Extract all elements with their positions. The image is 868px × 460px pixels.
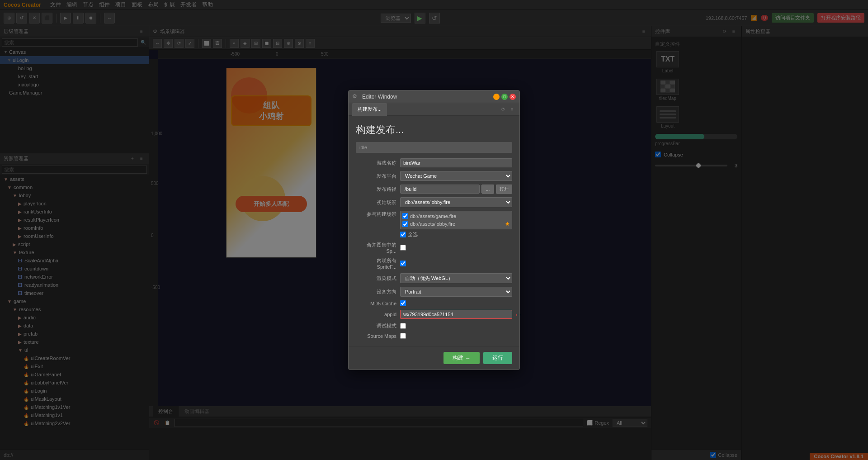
modal-titlebar-btns: — □ ✕ xyxy=(493,94,516,100)
form-sourcemaps-row: Source Maps xyxy=(356,333,512,339)
modal-build-btn-label: 构建 xyxy=(453,354,463,362)
editor-window-modal: ⚙ Editor Window — □ ✕ 构建发布... ⟳ ≡ 构建发布..… xyxy=(348,90,520,370)
modal-titlebar: ⚙ Editor Window — □ ✕ xyxy=(349,90,519,103)
modal-run-btn-label: 运行 xyxy=(492,355,503,361)
form-appid-input[interactable] xyxy=(400,310,512,319)
scene-item-2: db://assets/lobby.fire ★ xyxy=(402,221,510,227)
form-path-container: ... 打开 xyxy=(400,185,512,194)
form-appid-label: appid xyxy=(356,312,396,317)
form-debug-checkbox[interactable] xyxy=(400,323,406,329)
modal-menu-icon[interactable]: ≡ xyxy=(509,106,516,113)
form-scene-label: 初始场景 xyxy=(356,199,396,206)
select-all-row: 全选 xyxy=(400,231,512,238)
modal-tab-icons: ⟳ ≡ xyxy=(500,106,516,113)
scene-star-icon: ★ xyxy=(505,221,510,227)
form-sourcemaps-label: Source Maps xyxy=(356,333,396,339)
form-debug-label: 调试模式 xyxy=(356,322,396,329)
scene-check-1[interactable] xyxy=(402,213,408,219)
form-orient-label: 设备方向 xyxy=(356,289,396,295)
modal-overlay: ⚙ Editor Window — □ ✕ 构建发布... ⟳ ≡ 构建发布..… xyxy=(0,0,868,460)
form-path-label: 发布路径 xyxy=(356,186,396,193)
select-all-checkbox[interactable] xyxy=(400,232,406,237)
form-path-dotdot-btn[interactable]: ... xyxy=(481,185,494,194)
modal-footer: 构建 → 运行 xyxy=(349,346,519,370)
scene-item-1: db://assets/game.fire xyxy=(402,213,510,219)
modal-title-icon: ⚙ xyxy=(352,93,359,100)
modal-run-btn[interactable]: 运行 xyxy=(483,352,512,364)
modal-maximize-btn[interactable]: □ xyxy=(501,94,508,100)
form-inline-row: 内联所有 SpriteF... xyxy=(356,257,512,270)
form-game-name-label: 游戏名称 xyxy=(356,160,396,166)
modal-refresh-icon[interactable]: ⟳ xyxy=(500,106,507,113)
modal-big-title: 构建发布... xyxy=(356,123,512,137)
appid-arrow-icon: ← xyxy=(514,309,523,320)
scene-path-1: db://assets/game.fire xyxy=(410,213,510,219)
form-inline-label: 内联所有 SpriteF... xyxy=(356,257,396,270)
form-appid-row: appid ← xyxy=(356,310,512,319)
form-merge-checkbox[interactable] xyxy=(400,245,406,251)
form-platform-label: 发布平台 xyxy=(356,173,396,180)
modal-title-text: Editor Window xyxy=(362,94,493,100)
form-inline-checkbox[interactable] xyxy=(400,261,406,266)
modal-status-bar: idle xyxy=(356,142,512,153)
form-scene-select[interactable]: db://assets/lobby.fire xyxy=(400,197,512,207)
form-build-scenes-row: 参与构建场景 db://assets/game.fire db://assets… xyxy=(356,211,512,238)
form-path-open-btn[interactable]: 打开 xyxy=(496,185,512,194)
modal-form: 游戏名称 发布平台 Wechat Game 发布路径 ... 打开 xyxy=(356,158,512,339)
form-debug-row: 调试模式 xyxy=(356,322,512,329)
scene-check-2[interactable] xyxy=(402,221,408,227)
form-md5-row: MD5 Cache xyxy=(356,300,512,306)
modal-tabs: 构建发布... ⟳ ≡ xyxy=(349,103,519,116)
modal-status-text: idle xyxy=(359,145,367,150)
form-build-scenes-label: 参与构建场景 xyxy=(356,211,396,218)
scenes-container: db://assets/game.fire db://assets/lobby.… xyxy=(400,211,512,229)
form-orient-row: 设备方向 Portrait xyxy=(356,287,512,297)
form-md5-checkbox[interactable] xyxy=(400,300,406,306)
modal-minimize-btn[interactable]: — xyxy=(493,94,500,100)
form-merge-label: 合并图集中的 Sp... xyxy=(356,242,396,254)
form-orient-select[interactable]: Portrait xyxy=(400,287,512,297)
form-merge-row: 合并图集中的 Sp... xyxy=(356,242,512,254)
form-md5-label: MD5 Cache xyxy=(356,301,396,306)
modal-build-arrow: → xyxy=(465,355,471,361)
modal-build-tab[interactable]: 构建发布... xyxy=(352,103,387,116)
form-path-input[interactable] xyxy=(400,185,480,194)
modal-build-btn[interactable]: 构建 → xyxy=(443,352,480,364)
scene-path-2: db://assets/lobby.fire xyxy=(410,221,503,227)
form-render-label: 渲染模式 xyxy=(356,275,396,282)
form-platform-select[interactable]: Wechat Game xyxy=(400,171,512,181)
form-game-name-row: 游戏名称 xyxy=(356,158,512,167)
form-render-select[interactable]: 自动（优先 WebGL） xyxy=(400,273,512,283)
form-scene-row: 初始场景 db://assets/lobby.fire xyxy=(356,197,512,207)
select-all-label: 全选 xyxy=(408,231,418,238)
form-game-name-input[interactable] xyxy=(400,158,512,167)
modal-close-btn[interactable]: ✕ xyxy=(509,94,516,100)
form-sourcemaps-checkbox[interactable] xyxy=(400,333,406,339)
modal-body: 构建发布... idle 游戏名称 发布平台 Wechat Game xyxy=(349,116,519,346)
form-platform-row: 发布平台 Wechat Game xyxy=(356,171,512,181)
form-scenes-list: db://assets/game.fire db://assets/lobby.… xyxy=(400,211,512,238)
form-path-row: 发布路径 ... 打开 xyxy=(356,185,512,194)
form-render-row: 渲染模式 自动（优先 WebGL） xyxy=(356,273,512,283)
